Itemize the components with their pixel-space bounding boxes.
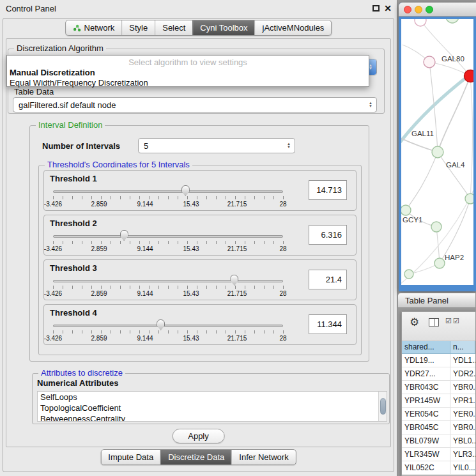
slider-scale: -3.426 2.859 9.144 15.43 21.715 28 [53, 245, 283, 253]
scale-label: 21.715 [227, 335, 247, 342]
gear-icon[interactable]: ⚙ [410, 316, 419, 329]
tab-jactivemnodules[interactable]: jActiveMNodules [255, 20, 332, 35]
close-traffic-light-icon[interactable] [404, 6, 411, 13]
numerical-attributes-label: Numerical Attributes [37, 378, 118, 388]
tab-select[interactable]: Select [155, 20, 192, 35]
threshold-value-box[interactable]: 11.344 [309, 314, 347, 334]
table-cell[interactable]: YDL19... [402, 354, 450, 367]
table-row[interactable]: YBL079W YBL0... [402, 434, 475, 448]
table-cell[interactable]: YIL052C [402, 461, 450, 474]
threshold-panel: Threshold 1 -3.426 2.859 9.144 15.43 21.… [43, 170, 357, 211]
tab-cyni-toolbox[interactable]: Cyni Toolbox [192, 20, 254, 35]
table-row[interactable]: YIL052C YIL0... [402, 461, 475, 475]
slider-track[interactable] [53, 190, 283, 193]
table-cell[interactable]: YPR1... [450, 394, 475, 407]
threshold-slider[interactable]: -3.426 2.859 9.144 15.43 21.715 28 [53, 274, 283, 300]
dropdown-option[interactable]: Manual Discretization [10, 68, 95, 77]
node-gcy1[interactable] [401, 205, 411, 215]
slider-track[interactable] [53, 235, 283, 238]
node-hap2[interactable] [434, 258, 445, 268]
threshold-slider[interactable]: -3.426 2.859 9.144 15.43 21.715 28 [53, 319, 283, 344]
float-window-icon[interactable] [372, 5, 380, 12]
threshold-value-box[interactable]: 6.316 [309, 225, 347, 245]
slider-scale: -3.426 2.859 9.144 15.43 21.715 28 [53, 290, 283, 298]
slider-ticks [53, 286, 284, 289]
table-cell[interactable]: YBR0... [450, 381, 475, 394]
tab-impute-data[interactable]: Impute Data [101, 450, 160, 464]
table-cell[interactable]: YDR2... [450, 367, 475, 380]
node-gal4[interactable] [432, 146, 443, 158]
table-row[interactable]: YDL19... YDL1... [402, 354, 475, 367]
network-canvas[interactable]: GAL80 GAL11 GAL4 GCY1 HAP2 [401, 19, 473, 285]
table-row[interactable]: YLR345W YLR3... [402, 448, 475, 461]
tab-label: Cyni Toolbox [200, 23, 247, 33]
tab-infer-network[interactable]: Infer Network [231, 450, 295, 464]
tab-discretize-data[interactable]: Discretize Data [160, 450, 231, 464]
svg-text:GAL11: GAL11 [411, 130, 434, 137]
slider-track[interactable] [53, 325, 283, 327]
table-row[interactable]: YPR145W YPR1... [402, 394, 475, 408]
network-window-titlebar[interactable] [399, 3, 476, 17]
scale-label: 15.43 [183, 335, 199, 342]
scale-label: 2.859 [91, 335, 107, 342]
scale-label: 28 [279, 201, 286, 208]
svg-text:GAL4: GAL4 [446, 161, 465, 169]
threshold-value-box[interactable]: 21.4 [309, 270, 347, 289]
slider-thumb[interactable] [157, 319, 165, 330]
node-gal80[interactable] [424, 56, 435, 68]
tab-network[interactable]: Network [66, 20, 122, 35]
minimize-traffic-light-icon[interactable] [415, 6, 422, 13]
group-title: Attributes to discretize [38, 368, 125, 378]
table-cell[interactable]: YBR0... [450, 421, 475, 434]
list-scrollbar[interactable] [378, 392, 387, 421]
list-item[interactable]: SelfLoops [38, 392, 387, 403]
table-cell[interactable]: YDR27... [402, 367, 450, 380]
table-cell[interactable]: YIL0... [450, 461, 475, 474]
network-graph[interactable]: GAL80 GAL11 GAL4 GCY1 HAP2 [401, 19, 473, 285]
scale-label: 9.144 [137, 335, 153, 342]
table-data-select[interactable]: galFiltered.sif default node ▲▼ [13, 97, 377, 112]
table-cell[interactable]: YLR345W [402, 448, 450, 461]
checkbox-icon[interactable]: ☑ [445, 317, 452, 325]
table-cell[interactable]: YER0... [450, 408, 475, 420]
table-header-row: shared... n... [402, 341, 475, 354]
updown-arrows-icon: ▲▼ [287, 142, 291, 149]
node-selected-red[interactable] [464, 70, 474, 82]
table-cell[interactable]: YBL0... [450, 434, 475, 447]
threshold-slider[interactable]: -3.426 2.859 9.144 15.43 21.715 28 [53, 185, 283, 210]
group-title: Discretization Algorithm [14, 43, 106, 53]
scrollbar-thumb[interactable] [380, 398, 386, 415]
table-cell[interactable]: YDL1... [450, 354, 475, 367]
slider-thumb[interactable] [181, 185, 190, 196]
table-cell[interactable]: YBR045C [402, 421, 450, 434]
table-cell[interactable]: YPR145W [402, 394, 450, 407]
apply-button[interactable]: Apply [172, 429, 225, 443]
table-row[interactable]: YBR045C YBR0... [402, 421, 475, 434]
slider-thumb[interactable] [230, 275, 238, 286]
threshold-slider[interactable]: -3.426 2.859 9.144 15.43 21.715 28 [53, 229, 283, 255]
table-row[interactable]: YBR043C YBR0... [402, 381, 475, 394]
scale-label: 28 [279, 335, 286, 342]
table-cell[interactable]: YBR043C [402, 381, 450, 394]
column-header[interactable]: n... [450, 341, 475, 354]
table-row[interactable]: YDR27... YDR2... [402, 367, 475, 381]
checkbox-icon[interactable]: ☑ [453, 317, 459, 325]
slider-thumb[interactable] [120, 230, 128, 241]
tab-style[interactable]: Style [121, 20, 155, 35]
table-cell[interactable]: YER054C [402, 408, 450, 420]
column-header[interactable]: shared... [402, 341, 450, 354]
list-item[interactable]: BetweennessCentrality [38, 413, 387, 422]
column-selector-icon[interactable] [429, 318, 439, 326]
close-icon[interactable]: ✕ [384, 3, 392, 13]
table-cell[interactable]: YBL079W [402, 434, 450, 447]
dropdown-option[interactable]: Equal Width/Frequency Discretization [10, 78, 148, 88]
slider-track[interactable] [53, 280, 283, 282]
zoom-traffic-light-icon[interactable] [426, 6, 433, 13]
list-item[interactable]: TopologicalCoefficient [38, 403, 387, 413]
number-of-intervals-select[interactable]: 5 ▲▼ [138, 138, 295, 153]
threshold-value-box[interactable]: 14.713 [309, 180, 347, 200]
table-cell[interactable]: YLR3... [450, 448, 475, 461]
threshold-panel: Threshold 3 -3.426 2.859 9.144 15.43 21.… [43, 259, 357, 300]
table-panel-titlebar[interactable]: Table Panel [397, 293, 476, 308]
table-row[interactable]: YER054C YER0... [402, 408, 475, 421]
